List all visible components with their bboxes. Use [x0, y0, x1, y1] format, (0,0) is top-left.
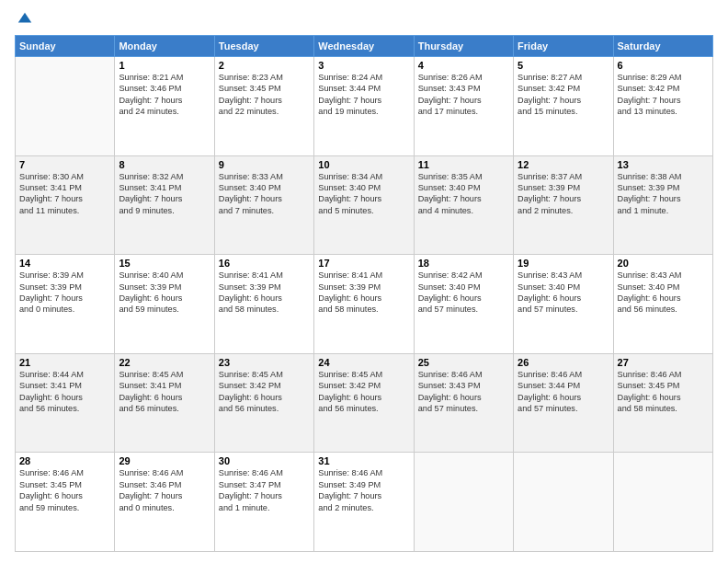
- day-number: 13: [618, 159, 709, 170]
- day-number: 27: [618, 357, 709, 368]
- day-info: Sunrise: 8:34 AM Sunset: 3:40 PM Dayligh…: [318, 171, 409, 217]
- day-number: 17: [318, 258, 409, 269]
- day-info: Sunrise: 8:46 AM Sunset: 3:45 PM Dayligh…: [19, 467, 110, 513]
- day-number: 20: [618, 258, 709, 269]
- calendar-cell: [514, 453, 613, 552]
- week-row-3: 14Sunrise: 8:39 AM Sunset: 3:39 PM Dayli…: [16, 255, 713, 354]
- week-row-1: 1Sunrise: 8:21 AM Sunset: 3:46 PM Daylig…: [16, 57, 713, 156]
- day-info: Sunrise: 8:37 AM Sunset: 3:39 PM Dayligh…: [518, 171, 609, 217]
- day-info: Sunrise: 8:23 AM Sunset: 3:45 PM Dayligh…: [219, 72, 310, 118]
- day-number: 14: [19, 258, 110, 269]
- day-number: 16: [219, 258, 310, 269]
- calendar-cell: 21Sunrise: 8:44 AM Sunset: 3:41 PM Dayli…: [16, 353, 115, 453]
- calendar-cell: 28Sunrise: 8:46 AM Sunset: 3:45 PM Dayli…: [16, 453, 115, 552]
- day-number: 28: [19, 455, 110, 466]
- day-number: 11: [418, 159, 509, 170]
- day-info: Sunrise: 8:46 AM Sunset: 3:45 PM Dayligh…: [618, 369, 709, 415]
- day-number: 4: [418, 60, 509, 71]
- logo-icon: [17, 11, 33, 28]
- day-info: Sunrise: 8:42 AM Sunset: 3:40 PM Dayligh…: [418, 270, 509, 316]
- logo: [15, 11, 33, 28]
- day-info: Sunrise: 8:43 AM Sunset: 3:40 PM Dayligh…: [518, 270, 609, 316]
- day-number: 3: [318, 60, 409, 71]
- calendar-cell: 16Sunrise: 8:41 AM Sunset: 3:39 PM Dayli…: [214, 255, 313, 354]
- day-info: Sunrise: 8:41 AM Sunset: 3:39 PM Dayligh…: [318, 270, 409, 316]
- day-info: Sunrise: 8:30 AM Sunset: 3:41 PM Dayligh…: [19, 171, 110, 217]
- day-number: 1: [119, 60, 210, 71]
- day-info: Sunrise: 8:35 AM Sunset: 3:40 PM Dayligh…: [418, 171, 509, 217]
- day-number: 21: [19, 357, 110, 368]
- day-info: Sunrise: 8:38 AM Sunset: 3:39 PM Dayligh…: [618, 171, 709, 217]
- calendar-cell: 30Sunrise: 8:46 AM Sunset: 3:47 PM Dayli…: [214, 453, 313, 552]
- weekday-header-row: SundayMondayTuesdayWednesdayThursdayFrid…: [16, 36, 713, 57]
- weekday-header-sunday: Sunday: [16, 36, 115, 57]
- day-info: Sunrise: 8:43 AM Sunset: 3:40 PM Dayligh…: [618, 270, 709, 316]
- day-number: 9: [219, 159, 310, 170]
- day-info: Sunrise: 8:46 AM Sunset: 3:49 PM Dayligh…: [318, 467, 409, 513]
- calendar-cell: 27Sunrise: 8:46 AM Sunset: 3:45 PM Dayli…: [613, 353, 712, 453]
- calendar-cell: 1Sunrise: 8:21 AM Sunset: 3:46 PM Daylig…: [115, 57, 214, 156]
- calendar-cell: 18Sunrise: 8:42 AM Sunset: 3:40 PM Dayli…: [414, 255, 513, 354]
- calendar-cell: [414, 453, 513, 552]
- calendar-cell: 26Sunrise: 8:46 AM Sunset: 3:44 PM Dayli…: [514, 353, 613, 453]
- day-number: 24: [318, 357, 409, 368]
- calendar-cell: [613, 453, 712, 552]
- day-number: 12: [518, 159, 609, 170]
- day-number: 30: [219, 455, 310, 466]
- day-info: Sunrise: 8:45 AM Sunset: 3:42 PM Dayligh…: [318, 369, 409, 415]
- calendar-cell: 9Sunrise: 8:33 AM Sunset: 3:40 PM Daylig…: [214, 155, 313, 255]
- calendar-cell: 5Sunrise: 8:27 AM Sunset: 3:42 PM Daylig…: [514, 57, 613, 156]
- day-number: 25: [418, 357, 509, 368]
- calendar-cell: 11Sunrise: 8:35 AM Sunset: 3:40 PM Dayli…: [414, 155, 513, 255]
- weekday-header-wednesday: Wednesday: [314, 36, 414, 57]
- weekday-header-saturday: Saturday: [613, 36, 712, 57]
- day-info: Sunrise: 8:45 AM Sunset: 3:41 PM Dayligh…: [119, 369, 210, 415]
- day-info: Sunrise: 8:26 AM Sunset: 3:43 PM Dayligh…: [418, 72, 509, 118]
- calendar-cell: 19Sunrise: 8:43 AM Sunset: 3:40 PM Dayli…: [514, 255, 613, 354]
- calendar-cell: 31Sunrise: 8:46 AM Sunset: 3:49 PM Dayli…: [314, 453, 414, 552]
- day-info: Sunrise: 8:46 AM Sunset: 3:43 PM Dayligh…: [418, 369, 509, 415]
- calendar-cell: 14Sunrise: 8:39 AM Sunset: 3:39 PM Dayli…: [16, 255, 115, 354]
- weekday-header-friday: Friday: [514, 36, 613, 57]
- weekday-header-monday: Monday: [115, 36, 214, 57]
- calendar-cell: 12Sunrise: 8:37 AM Sunset: 3:39 PM Dayli…: [514, 155, 613, 255]
- calendar-cell: 29Sunrise: 8:46 AM Sunset: 3:46 PM Dayli…: [115, 453, 214, 552]
- calendar-cell: 2Sunrise: 8:23 AM Sunset: 3:45 PM Daylig…: [214, 57, 313, 156]
- day-number: 5: [518, 60, 609, 71]
- day-info: Sunrise: 8:32 AM Sunset: 3:41 PM Dayligh…: [119, 171, 210, 217]
- calendar-cell: 20Sunrise: 8:43 AM Sunset: 3:40 PM Dayli…: [613, 255, 712, 354]
- calendar-cell: [16, 57, 115, 156]
- header: [15, 11, 713, 28]
- calendar-cell: 6Sunrise: 8:29 AM Sunset: 3:42 PM Daylig…: [613, 57, 712, 156]
- week-row-4: 21Sunrise: 8:44 AM Sunset: 3:41 PM Dayli…: [16, 353, 713, 453]
- calendar-cell: 22Sunrise: 8:45 AM Sunset: 3:41 PM Dayli…: [115, 353, 214, 453]
- day-number: 26: [518, 357, 609, 368]
- day-info: Sunrise: 8:24 AM Sunset: 3:44 PM Dayligh…: [318, 72, 409, 118]
- calendar-table: SundayMondayTuesdayWednesdayThursdayFrid…: [15, 35, 713, 552]
- svg-marker-0: [18, 13, 31, 23]
- calendar-cell: 13Sunrise: 8:38 AM Sunset: 3:39 PM Dayli…: [613, 155, 712, 255]
- day-number: 23: [219, 357, 310, 368]
- day-info: Sunrise: 8:41 AM Sunset: 3:39 PM Dayligh…: [219, 270, 310, 316]
- weekday-header-tuesday: Tuesday: [214, 36, 313, 57]
- calendar-cell: 15Sunrise: 8:40 AM Sunset: 3:39 PM Dayli…: [115, 255, 214, 354]
- day-number: 10: [318, 159, 409, 170]
- day-info: Sunrise: 8:33 AM Sunset: 3:40 PM Dayligh…: [219, 171, 310, 217]
- calendar-cell: 24Sunrise: 8:45 AM Sunset: 3:42 PM Dayli…: [314, 353, 414, 453]
- page: SundayMondayTuesdayWednesdayThursdayFrid…: [0, 0, 728, 563]
- day-info: Sunrise: 8:46 AM Sunset: 3:46 PM Dayligh…: [119, 467, 210, 513]
- day-info: Sunrise: 8:27 AM Sunset: 3:42 PM Dayligh…: [518, 72, 609, 118]
- weekday-header-thursday: Thursday: [414, 36, 513, 57]
- calendar-cell: 25Sunrise: 8:46 AM Sunset: 3:43 PM Dayli…: [414, 353, 513, 453]
- calendar-cell: 17Sunrise: 8:41 AM Sunset: 3:39 PM Dayli…: [314, 255, 414, 354]
- week-row-2: 7Sunrise: 8:30 AM Sunset: 3:41 PM Daylig…: [16, 155, 713, 255]
- day-number: 29: [119, 455, 210, 466]
- calendar-cell: 4Sunrise: 8:26 AM Sunset: 3:43 PM Daylig…: [414, 57, 513, 156]
- day-info: Sunrise: 8:29 AM Sunset: 3:42 PM Dayligh…: [618, 72, 709, 118]
- week-row-5: 28Sunrise: 8:46 AM Sunset: 3:45 PM Dayli…: [16, 453, 713, 552]
- day-number: 2: [219, 60, 310, 71]
- day-number: 8: [119, 159, 210, 170]
- day-number: 31: [318, 455, 409, 466]
- day-info: Sunrise: 8:46 AM Sunset: 3:44 PM Dayligh…: [518, 369, 609, 415]
- day-info: Sunrise: 8:40 AM Sunset: 3:39 PM Dayligh…: [119, 270, 210, 316]
